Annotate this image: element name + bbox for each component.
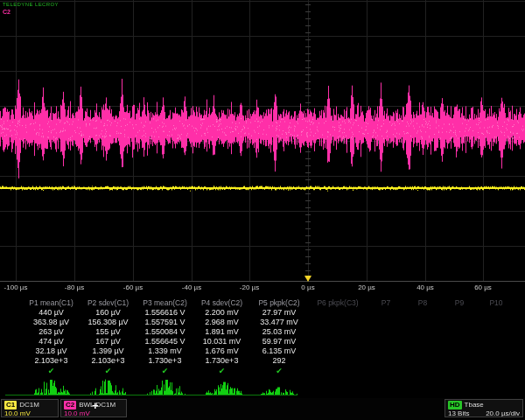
trigger-time-marker[interactable] — [304, 276, 312, 282]
measurement-stat: 1.556616 V — [136, 308, 193, 318]
measurement-stat: 2.103e+3 — [23, 356, 80, 366]
measurement-header[interactable]: P8 — [404, 298, 441, 308]
measurement-column-p2[interactable]: P2 sdev(C1)160 µV156.308 µV155 µV167 µV1… — [80, 298, 136, 376]
time-axis-label: -20 µs — [240, 284, 259, 291]
measurement-stat: 33.477 mV — [250, 318, 308, 327]
measurement-column-p9[interactable]: P9 — [441, 298, 478, 308]
measurement-header[interactable]: P5 pkpk(C2) — [250, 298, 308, 308]
measurement-stat: 1.730e+3 — [193, 356, 250, 366]
measurement-stat: 292 — [250, 356, 308, 366]
measurement-header[interactable]: P6 pkpk(C3) — [308, 298, 368, 308]
measurement-stat: 2.968 mV — [193, 318, 250, 327]
measurement-column-p3[interactable]: P3 mean(C2)1.556616 V1.557591 V1.550084 … — [136, 298, 193, 376]
measurement-stat: 1.556645 V — [136, 337, 193, 346]
pointer-crosshair-icon[interactable]: + — [92, 399, 99, 412]
timebase-descriptor[interactable]: HDTbase 13 Bits 20.0 µs/div — [444, 399, 523, 417]
measurement-column-p1[interactable]: P1 mean(C1)440 µV363.98 µV263 µV474 µV32… — [23, 298, 80, 376]
measurement-stat: 1.339 mV — [136, 346, 193, 356]
measurement-stat: 10.031 mV — [193, 337, 250, 346]
measurement-column-p10[interactable]: P10 — [478, 298, 514, 308]
measurement-stat: 27.97 mV — [250, 308, 308, 318]
measurement-header[interactable]: P7 — [368, 298, 404, 308]
time-axis-label: -100 µs — [4, 284, 28, 291]
measurement-stat: 1.676 mV — [193, 346, 250, 356]
measurement-column-p5[interactable]: P5 pkpk(C2)27.97 mV33.477 mV25.03 mV59.9… — [250, 298, 308, 376]
measurement-header[interactable]: P10 — [478, 298, 514, 308]
measurement-stat: 25.03 mV — [250, 327, 308, 337]
measurement-header[interactable]: P2 sdev(C1) — [80, 298, 136, 308]
time-axis-label: -80 µs — [65, 284, 84, 291]
timebase-scale: 20.0 µs/div — [486, 410, 520, 417]
oscilloscope-screen: TELEDYNE LECROY C2 -100 µs-80 µs-60 µs-4… — [0, 0, 525, 420]
measurement-header[interactable]: P9 — [441, 298, 478, 308]
measurement-stat: 440 µV — [23, 308, 80, 318]
measurement-stat: 156.308 µV — [80, 318, 136, 327]
waveform-display — [0, 0, 525, 298]
c1-chip: C1 — [4, 401, 17, 410]
time-axis-label: 0 µs — [301, 284, 314, 291]
measurement-header[interactable]: P1 mean(C1) — [23, 298, 80, 308]
measurement-stat: 6.135 mV — [250, 346, 308, 356]
measurement-column-p8[interactable]: P8 — [404, 298, 441, 308]
brand-logo: TELEDYNE LECROY — [3, 2, 59, 7]
c1-scale: 10.0 mV — [4, 410, 55, 417]
measurement-column-p4[interactable]: P4 sdev(C2)2.200 mV2.968 mV1.891 mV10.03… — [193, 298, 250, 376]
status-bar: C1DC1M 10.0 mV C2BWL DC1M 10.0 mV + HDTb… — [0, 398, 525, 420]
measurement-header[interactable]: P4 sdev(C2) — [193, 298, 250, 308]
measurement-stat: 1.399 µV — [80, 346, 136, 356]
measurement-stat: 363.98 µV — [23, 318, 80, 327]
measurement-header[interactable]: P3 mean(C2) — [136, 298, 193, 308]
measurement-stat: 1.730e+3 — [136, 356, 193, 366]
measurement-stat: 2.200 mV — [193, 308, 250, 318]
time-axis-label: 60 µs — [474, 284, 492, 291]
measurement-stat: 32.18 µV — [23, 346, 80, 356]
timebase-row2: 13 Bits 20.0 µs/div — [448, 410, 520, 417]
measurement-stat: 167 µV — [80, 337, 136, 346]
measurement-histicons[interactable] — [0, 374, 525, 397]
c2-chip: C2 — [64, 401, 76, 410]
channel-descriptor-c1[interactable]: C1DC1M 10.0 mV — [1, 399, 59, 417]
measurement-stat: 2.103e+3 — [80, 356, 136, 366]
c1-coupling: DC1M — [19, 401, 39, 409]
timebase-label: Tbase — [465, 401, 484, 409]
measurement-table: P1 mean(C1)440 µV363.98 µV263 µV474 µV32… — [23, 298, 514, 376]
measurement-stat: 263 µV — [23, 327, 80, 337]
measurement-stat: 1.891 mV — [193, 327, 250, 337]
time-axis-label: -40 µs — [182, 284, 201, 291]
time-axis-label: -60 µs — [123, 284, 143, 291]
measurement-stat: 1.557591 V — [136, 318, 193, 327]
c1-descriptor-row1: C1DC1M — [4, 401, 55, 410]
trace-label-c2: C2 — [3, 9, 10, 15]
timebase-bits: 13 Bits — [448, 410, 469, 417]
hd-badge: HD — [448, 401, 462, 410]
measurement-stat: 160 µV — [80, 308, 136, 318]
time-axis-label: 20 µs — [358, 284, 375, 291]
measurement-stat: 474 µV — [23, 337, 80, 346]
measurement-stat: 59.97 mV — [250, 337, 308, 346]
measurement-stat: 155 µV — [80, 327, 136, 337]
time-axis-label: 40 µs — [416, 284, 434, 291]
measurement-stat: 1.550084 V — [136, 327, 193, 337]
measurement-column-p6[interactable]: P6 pkpk(C3) — [308, 298, 368, 308]
timebase-row1: HDTbase — [448, 401, 520, 410]
measurement-column-p7[interactable]: P7 — [368, 298, 404, 308]
time-axis: -100 µs-80 µs-60 µs-40 µs-20 µs0 µs20 µs… — [0, 284, 525, 294]
